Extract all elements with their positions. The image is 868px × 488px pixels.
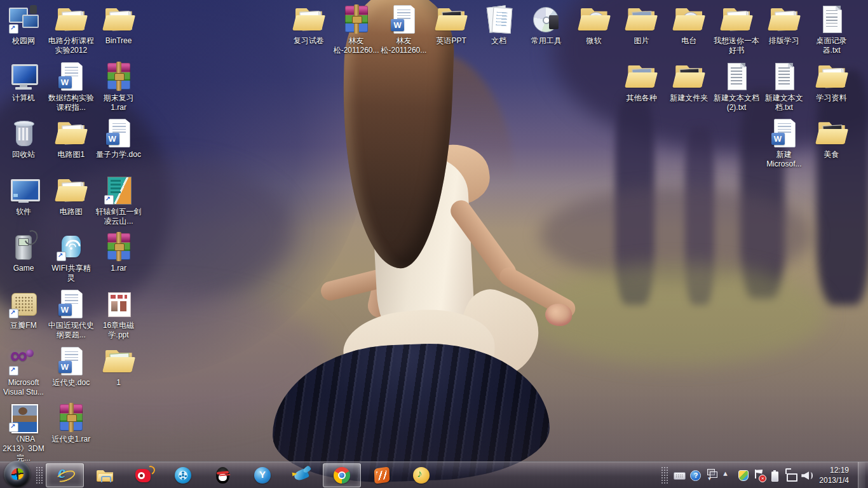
desktop-icon[interactable]: 16章电磁学.ppt [94,288,144,340]
desktop-icon[interactable]: 量子力学.doc [94,118,144,159]
desktop-icon[interactable]: 近代史.doc [46,346,96,388]
desktop-icon[interactable]: 中国近现代史纲要题... [46,288,96,340]
tray-grip[interactable] [661,466,668,484]
sina-weibo-taskbar-button[interactable] [126,464,163,487]
folder-icon [721,4,752,34]
orange-app-taskbar-button[interactable] [363,464,400,487]
show-desktop-button[interactable] [858,462,865,488]
desktop-icon-label: 校园网 [1,36,46,46]
desktop-icon-label: 林友松-2011260... [334,36,379,55]
desktop-icon[interactable]: 轩辕剑五一剑凌云山... [94,175,144,226]
folder-dark-icon [817,118,847,148]
desktop-icon[interactable]: 电路图 [46,175,96,217]
windows-flag-icon [11,467,24,480]
desktop-icon[interactable]: 回收站 [0,118,48,159]
desktop-icon[interactable]: WIFI共享精灵 [46,231,96,283]
desktop-icon[interactable]: 林友松-2011260... [332,4,381,55]
desktop-icon[interactable]: 排版学习 [759,4,809,46]
folder-photo-icon [626,61,656,92]
network-tray-icon[interactable] [785,466,797,484]
desktop-icon-label: 新建文件夹 [666,93,712,103]
desktop-icon[interactable]: 电路图1 [46,118,96,159]
desktop-icon-label: Microsoft Visual Stu... [1,378,46,397]
folder-icon [56,175,86,205]
desktop-icon[interactable]: 数据结构实验课程指... [46,61,96,112]
desktop-icon[interactable]: BinTree [94,4,144,46]
wifi-icon [56,231,86,262]
cascade-tray-icon[interactable] [705,466,717,484]
desktop-icon[interactable]: 豆瓣FM [0,288,48,330]
taskbar-clock[interactable]: 12:19 2013/1/4 [819,465,849,485]
help-tray-icon[interactable] [689,466,702,484]
chrome-taskbar-button[interactable] [323,463,361,487]
blue-app-taskbar-button[interactable] [244,464,281,487]
word-icon [56,288,86,319]
taskbar-grip[interactable] [36,466,43,484]
desktop-icon[interactable]: 1.rar [94,231,144,273]
desktop-icon[interactable]: 复习试卷 [284,4,334,46]
network-icon [8,4,39,34]
blue-app-icon [253,466,272,485]
desktop-icon[interactable]: 计算机 [0,61,48,103]
desktop-icon-label: 微软 [571,36,617,46]
desktop-icon[interactable]: 近代史1.rar [46,402,96,444]
desktop-icon[interactable]: 学习资料 [807,61,857,103]
desktop-icon-label: 林友松-2011260... [381,36,426,55]
desktop-icon[interactable]: Game [0,231,48,273]
computer-icon [8,61,39,92]
fetion-bird-taskbar-button[interactable] [283,464,320,487]
battery-tray-icon[interactable] [769,466,781,484]
desktop-icon[interactable]: 其他各种 [616,61,666,103]
desktop-icon[interactable]: 软件 [0,175,48,217]
desktop-icon-label: 1.rar [96,264,142,273]
desktop-icon[interactable]: 期末复习1.rar [94,61,144,112]
qq-taskbar-button[interactable] [205,464,241,487]
desktop-icon-label: 新建文本文档 (2).txt [714,93,759,112]
show-hidden-tray-icon[interactable] [721,466,733,484]
volume-tray-icon[interactable] [801,466,813,484]
desktop-icon[interactable]: 电台 [664,4,714,46]
windows-explorer-taskbar-button[interactable] [86,464,123,487]
clock-time: 12:19 [819,465,849,475]
rar-icon [104,231,134,262]
desktop-icon[interactable]: 桌面记录器.txt [807,4,857,55]
video-player-taskbar-button[interactable] [165,464,202,487]
desktop-icon[interactable]: 《NBA 2K13》3DM完... [0,402,48,463]
desktop-icon-label: 近代史.doc [48,378,94,388]
folder-disc-icon [674,4,704,34]
text-icon [721,61,752,92]
desktop-icon[interactable]: 新建文件夹 [664,61,714,103]
desktop-icon[interactable]: 常用工具 [522,4,571,46]
shortcut-arrow-badge [9,423,18,432]
desktop-icon[interactable]: 新建文本文档 (2).txt [712,61,761,112]
desktop-icon[interactable]: 我想送你一本好书 [712,4,761,55]
desktop-icon[interactable]: 新建 Microsof... [759,118,809,169]
desktop-icon[interactable]: 微软 [569,4,619,46]
monitor-icon [8,175,39,205]
desktop-icon[interactable]: 校园网 [0,4,48,46]
desktop-icon[interactable]: 美食 [807,118,857,159]
input-keyboard-tray-icon[interactable] [674,466,686,484]
desktop-icon[interactable]: 英语PPT [426,4,476,46]
shortcut-arrow-badge [57,252,66,261]
folder-photo-icon [626,4,656,34]
qq-icon [214,466,233,485]
desktop-icon[interactable]: 林友松-2011260... [379,4,428,55]
desktop-icon[interactable]: 新建文本文档.txt [759,61,809,112]
word-icon [104,118,134,148]
desktop-icon[interactable]: 文档 [474,4,524,46]
desktop-icon[interactable]: 电路分析课程实验2012 [46,4,96,55]
flag-tray-icon[interactable] [753,466,765,484]
desktop-icon[interactable]: 1 [94,346,144,388]
shield-tray-icon[interactable] [737,466,749,484]
vs-icon [8,346,39,376]
internet-explorer-taskbar-button[interactable] [46,463,84,487]
qq-music-taskbar-button[interactable] [403,464,440,487]
desktop-icon[interactable]: Microsoft Visual Stu... [0,346,48,397]
desktop-icon-label: 电路分析课程实验2012 [48,36,94,55]
desktop-icon-label: 其他各种 [618,93,664,103]
desktop-icon[interactable]: 图片 [616,4,666,46]
desktop-icon-label: 近代史1.rar [48,435,94,444]
start-taskbar-button[interactable] [0,459,34,488]
folder-file-icon [104,346,134,376]
